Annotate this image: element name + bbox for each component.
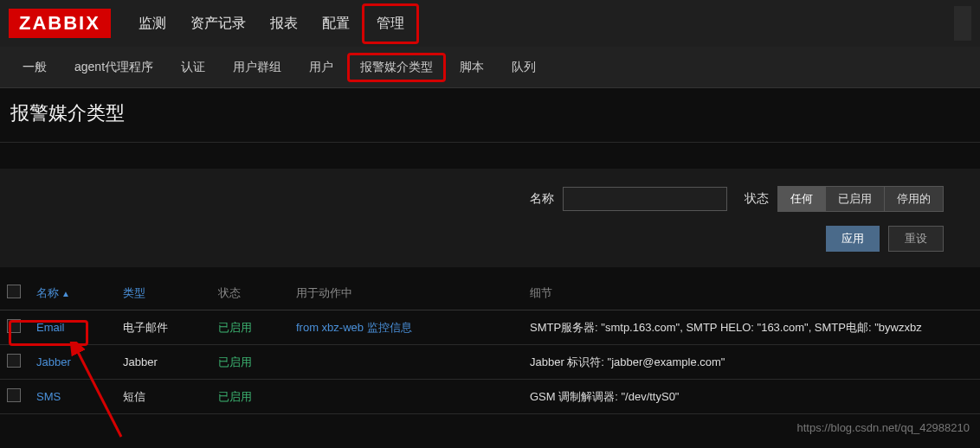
select-all-checkbox[interactable]	[7, 285, 21, 298]
status-enabled-button[interactable]: 已启用	[826, 186, 885, 212]
details-cell: SMTP服务器: "smtp.163.com", SMTP HELO: "163…	[523, 310, 980, 345]
header-name-label: 名称	[36, 286, 59, 299]
subnav-general[interactable]: 一般	[9, 48, 61, 87]
topnav-admin[interactable]: 管理	[362, 3, 419, 44]
filter-panel: 名称 状态 任何 已启用 停用的 应用 重设	[0, 169, 980, 267]
status-toggle[interactable]: 已启用	[218, 321, 252, 334]
header-status: 状态	[211, 276, 289, 310]
table-row: SMS 短信 已启用 GSM 调制解调器: "/dev/ttyS0"	[0, 380, 980, 414]
subnav-proxies[interactable]: agent代理程序	[61, 48, 167, 87]
status-disabled-button[interactable]: 停用的	[885, 186, 944, 212]
subnav-queue[interactable]: 队列	[498, 48, 550, 87]
top-right-panel	[954, 6, 971, 41]
media-type-cell: 电子邮件	[116, 310, 211, 345]
sort-arrow-icon: ▲	[61, 289, 70, 298]
filter-status-label: 状态	[745, 191, 769, 207]
status-any-button[interactable]: 任何	[777, 186, 826, 212]
action-prefix: from xbz-web	[296, 321, 367, 334]
topnav-monitor[interactable]: 监测	[126, 1, 178, 47]
row-checkbox[interactable]	[7, 354, 21, 368]
apply-button[interactable]: 应用	[826, 226, 880, 252]
subnav-mediatypes[interactable]: 报警媒介类型	[347, 53, 446, 82]
filter-name-label: 名称	[530, 191, 554, 207]
subnav-scripts[interactable]: 脚本	[446, 48, 498, 87]
status-button-group: 任何 已启用 停用的	[777, 186, 944, 212]
header-type[interactable]: 类型	[116, 276, 211, 310]
subnav-users[interactable]: 用户	[295, 48, 347, 87]
header-action: 用于动作中	[289, 276, 523, 310]
subnav-usergroups[interactable]: 用户群组	[219, 48, 295, 87]
media-type-cell: Jabber	[116, 345, 211, 380]
logo[interactable]: ZABBIX	[9, 9, 111, 38]
action-cell: from xbz-web 监控信息	[289, 310, 523, 345]
action-cell	[289, 380, 523, 414]
filter-name-group: 名称	[530, 187, 727, 211]
status-toggle[interactable]: 已启用	[218, 355, 252, 368]
media-types-table: 名称▲ 类型 状态 用于动作中 细节 Email 电子邮件 已启用 from x…	[0, 276, 980, 414]
details-cell: GSM 调制解调器: "/dev/ttyS0"	[523, 380, 980, 414]
sub-navigation: 一般 agent代理程序 认证 用户群组 用户 报警媒介类型 脚本 队列	[0, 47, 980, 88]
media-name-link[interactable]: Email	[36, 321, 65, 334]
row-checkbox[interactable]	[7, 319, 21, 333]
table-row: Jabber Jabber 已启用 Jabber 标识符: "jabber@ex…	[0, 345, 980, 380]
topnav-inventory[interactable]: 资产记录	[178, 1, 258, 47]
watermark: https://blog.csdn.net/qq_42988210	[0, 414, 980, 441]
header-name[interactable]: 名称▲	[29, 276, 116, 310]
filter-status-group: 状态 任何 已启用 停用的	[745, 186, 944, 212]
subnav-mediatypes-label: 报警媒介类型	[360, 60, 433, 74]
table-row: Email 电子邮件 已启用 from xbz-web 监控信息 SMTP服务器…	[0, 310, 980, 345]
reset-button[interactable]: 重设	[888, 226, 944, 252]
details-cell: Jabber 标识符: "jabber@example.com"	[523, 345, 980, 380]
top-navigation: ZABBIX 监测 资产记录 报表 配置 管理	[0, 0, 980, 47]
topnav-config[interactable]: 配置	[310, 1, 362, 47]
page-title: 报警媒介类型	[0, 88, 980, 143]
action-link[interactable]: 监控信息	[367, 321, 412, 334]
header-details: 细节	[523, 276, 980, 310]
filter-name-input[interactable]	[563, 187, 727, 211]
topnav-reports[interactable]: 报表	[258, 1, 310, 47]
header-checkbox-col	[0, 276, 29, 310]
status-toggle[interactable]: 已启用	[218, 390, 252, 403]
media-name-link[interactable]: Jabber	[36, 355, 71, 368]
action-cell	[289, 345, 523, 380]
media-name-link[interactable]: SMS	[36, 390, 61, 403]
media-type-cell: 短信	[116, 380, 211, 414]
row-checkbox[interactable]	[7, 388, 21, 402]
subnav-auth[interactable]: 认证	[167, 48, 219, 87]
